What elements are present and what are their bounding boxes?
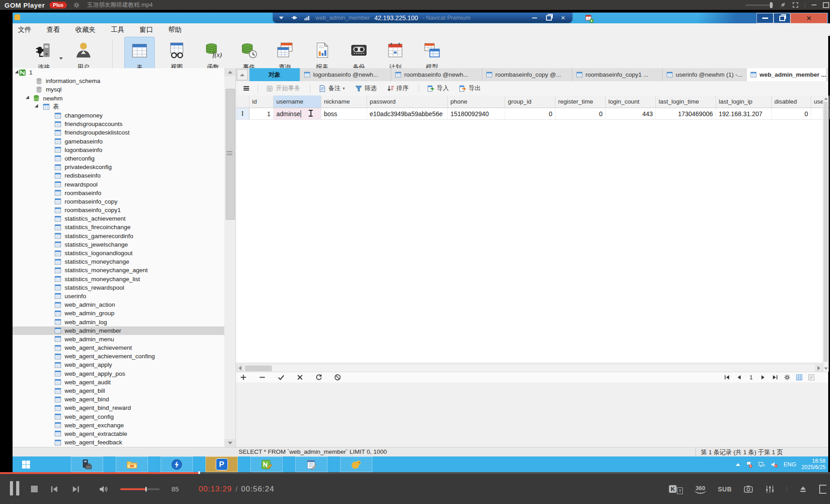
gom-pin-icon[interactable] xyxy=(778,0,787,9)
tree-item-statistics_moneychange_list[interactable]: statistics_moneychange_list xyxy=(13,275,224,283)
tree-item-statistics_rewardspool[interactable]: statistics_rewardspool xyxy=(13,283,224,292)
column-header-username[interactable]: username xyxy=(274,96,321,108)
remote-minimize-button[interactable] xyxy=(756,13,773,23)
tree-item-logonbaseinfo[interactable]: logonbaseinfo xyxy=(13,146,224,154)
rdp-restore-icon[interactable] xyxy=(546,15,552,21)
tree-item-web_admin_member[interactable]: web_admin_member xyxy=(13,326,224,335)
column-header-phone[interactable]: phone xyxy=(448,96,505,108)
grid-view-icon[interactable] xyxy=(796,374,803,381)
gom-fullscreen-icon[interactable] xyxy=(792,2,799,8)
start-button[interactable] xyxy=(13,456,39,472)
cell-last_login_time[interactable]: 1730469006 xyxy=(656,108,716,119)
table-row[interactable]: I1adminsebosse10adc3949ba59abbe56e151800… xyxy=(236,108,828,120)
filter-button[interactable]: 筛选 xyxy=(355,84,377,92)
menu-item-窗口[interactable]: 窗口 xyxy=(140,26,153,34)
taskbar-app-app-lightning[interactable] xyxy=(161,456,193,472)
gom-settings-gear-icon[interactable] xyxy=(73,2,80,9)
tree-item-web_agent_apply[interactable]: web_agent_apply xyxy=(13,361,224,369)
video-frame[interactable]: ✕ web_admin_member 42.193.225.100 - Navi… xyxy=(0,10,830,472)
hscroll-left-arrow[interactable] xyxy=(236,365,244,372)
discard-changes-icon[interactable] xyxy=(296,374,304,381)
gom-titlebar-slider[interactable] xyxy=(746,4,773,6)
last-record-icon[interactable] xyxy=(772,374,778,381)
rdp-connection-bar[interactable]: web_admin_member 42.193.225.100 - Navica… xyxy=(273,13,572,23)
expand-arrow-icon[interactable] xyxy=(26,96,31,100)
cell-phone[interactable]: 15180092940 xyxy=(448,108,505,119)
tab-logonbaseinfo-newh-[interactable]: logonbaseinfo @newh... xyxy=(300,68,391,81)
taskbar-app-notepad-plus-plus[interactable] xyxy=(250,456,283,472)
tab-roombaseinfo_copy1-[interactable]: roombaseinfo_copy1 ... xyxy=(572,68,663,81)
cell-password[interactable]: e10adc3949ba59abbe56e xyxy=(367,108,448,119)
menu-item-查看[interactable]: 查看 xyxy=(47,26,60,34)
cell-login_count[interactable]: 443 xyxy=(606,108,656,119)
tree-item-newhm[interactable]: newhm xyxy=(13,94,224,103)
column-header-register_time[interactable]: register_time xyxy=(555,96,606,108)
sidebar-scrollbar[interactable] xyxy=(224,68,236,447)
hscroll-thumb[interactable] xyxy=(245,365,272,371)
tree-item-web_agent_feedback[interactable]: web_agent_feedback xyxy=(13,438,224,447)
note-button[interactable]: 备注 ▾ xyxy=(319,84,345,92)
tab-web_admin_member-[interactable]: web_admin_member ... xyxy=(747,68,827,81)
network-status-icon[interactable] xyxy=(758,461,765,468)
taskbar-app-notepad[interactable] xyxy=(295,456,328,472)
previous-track-icon[interactable] xyxy=(49,484,59,494)
tree-item-privatedeskconfig[interactable]: privatedeskconfig xyxy=(13,163,224,171)
tree-item-rewardspool[interactable]: rewardspool xyxy=(13,180,224,188)
tree-item-otherconfig[interactable]: otherconfig xyxy=(13,154,224,163)
export-button[interactable]: 导出 xyxy=(459,84,481,92)
remote-restore-button[interactable] xyxy=(773,13,791,23)
tree-item-statistics_gamerecordinfo[interactable]: statistics_gamerecordinfo xyxy=(13,232,224,240)
snapshot-camera-icon[interactable] xyxy=(743,484,753,494)
tab-roombaseinfo-newh-[interactable]: roombaseinfo @newh... xyxy=(391,68,482,81)
column-header-nickname[interactable]: nickname xyxy=(321,96,367,108)
playlist-icon[interactable] xyxy=(819,485,826,494)
tree-item-web_agent_config[interactable]: web_agent_config xyxy=(13,413,224,421)
gom-minimize-button[interactable] xyxy=(812,4,817,5)
menu-item-工具[interactable]: 工具 xyxy=(111,26,124,34)
tab-roombaseinfo_copy-[interactable]: roombaseinfo_copy @... xyxy=(482,68,572,81)
tree-item-roombaseinfo_copy[interactable]: roombaseinfo_copy xyxy=(13,197,224,206)
begin-transaction-button[interactable]: 开始事务 xyxy=(266,84,300,92)
delete-record-icon[interactable] xyxy=(258,374,266,381)
taskbar-app-system-properties[interactable] xyxy=(71,456,103,472)
tree-item-web_agent_exchange[interactable]: web_agent_exchange xyxy=(13,421,224,430)
pause-button[interactable] xyxy=(10,481,19,497)
refresh-icon[interactable] xyxy=(315,374,323,381)
mode-360-icon[interactable]: 360 xyxy=(695,485,706,494)
grid-menu-icon[interactable] xyxy=(242,84,250,92)
column-header-disabled[interactable]: disabled xyxy=(772,96,811,108)
cell-register_time[interactable]: 0 xyxy=(555,108,606,119)
tree-item-userinfo[interactable]: userinfo xyxy=(13,292,224,300)
cell-nickname[interactable]: boss xyxy=(321,108,367,119)
tree-item-friendsgroupdesklistcost[interactable]: friendsgroupdesklistcost xyxy=(13,128,224,137)
tree-item-web_agent_achievement[interactable]: web_agent_achievement xyxy=(13,343,224,352)
cell-group_id[interactable]: 0 xyxy=(505,108,555,119)
tree-item-mysql[interactable]: mysql xyxy=(13,85,224,94)
form-view-icon[interactable] xyxy=(808,374,815,381)
rdp-close-icon[interactable]: ✕ xyxy=(561,15,565,21)
taskbar-app-file-explorer[interactable] xyxy=(116,456,148,472)
tree-item-web_agent_bind[interactable]: web_agent_bind xyxy=(13,395,224,404)
volume-speaker-icon[interactable] xyxy=(99,484,109,494)
stop-icon[interactable] xyxy=(334,374,341,381)
tree-item-roombaseinfo[interactable]: roombaseinfo xyxy=(13,189,224,197)
tab-userinfo-newhm-1-[interactable]: userinfo @newhm (1) -... xyxy=(663,68,747,81)
column-header-group_id[interactable]: group_id xyxy=(505,96,555,108)
column-header-id[interactable]: id xyxy=(249,96,274,108)
sidebar-scroll-down[interactable] xyxy=(224,439,236,447)
next-track-icon[interactable] xyxy=(71,484,81,494)
tab-scroll-button[interactable] xyxy=(237,69,248,80)
tree-item-web_agent_bill[interactable]: web_agent_bill xyxy=(13,387,224,395)
tree-item-statistics_moneychange_agent[interactable]: statistics_moneychange_agent xyxy=(13,266,224,274)
add-record-icon[interactable] xyxy=(240,374,247,381)
connection-dropdown-caret[interactable] xyxy=(59,57,63,60)
open-file-eject-icon[interactable] xyxy=(799,485,808,494)
tree-item-web_agent_bind_reward[interactable]: web_agent_bind_reward xyxy=(13,404,224,412)
column-header-last_login_time[interactable]: last_login_time xyxy=(656,96,716,108)
hscroll-right-arrow[interactable] xyxy=(815,365,823,372)
expand-arrow-icon[interactable] xyxy=(35,104,39,109)
tree-item-information_schema[interactable]: information_schema xyxy=(13,77,224,85)
previous-record-icon[interactable] xyxy=(736,374,743,381)
tree-item-web_admin_group[interactable]: web_admin_group xyxy=(13,309,224,317)
sidebar-scroll-up[interactable] xyxy=(224,68,236,76)
